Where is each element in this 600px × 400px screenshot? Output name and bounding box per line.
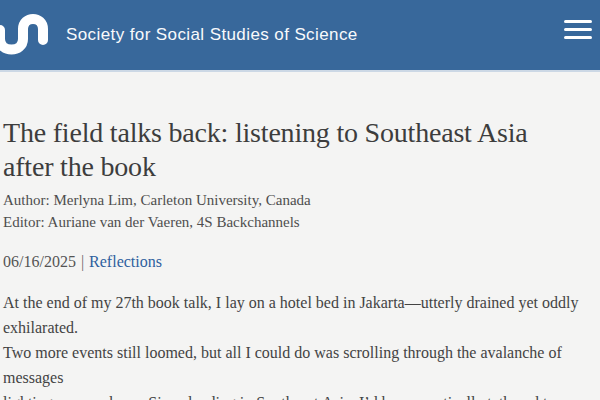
editor-line: Editor: Auriane van der Vaeren, 4S Backc… (3, 211, 590, 233)
hamburger-bar (564, 28, 592, 31)
article: The field talks back: listening to South… (0, 116, 600, 400)
article-title: The field talks back: listening to South… (3, 116, 590, 184)
article-meta: 06/16/2025|Reflections (3, 251, 590, 273)
hamburger-menu-button[interactable] (564, 20, 592, 39)
site-header: Society for Social Studies of Science (0, 0, 600, 72)
article-body: At the end of my 27th book talk, I lay o… (3, 290, 590, 400)
category-link[interactable]: Reflections (89, 253, 162, 270)
site-logo-link[interactable] (0, 0, 50, 70)
hamburger-bar (564, 20, 592, 23)
publish-date: 06/16/2025 (3, 253, 76, 270)
site-title: Society for Social Studies of Science (66, 25, 358, 45)
meta-separator: | (81, 253, 84, 270)
author-line: Author: Merlyna Lim, Carleton University… (3, 189, 590, 211)
page: { "header": { "brand": "Society for Soci… (0, 0, 600, 400)
4s-wave-logo-icon (0, 9, 50, 61)
article-byline: Author: Merlyna Lim, Carleton University… (3, 189, 590, 233)
hamburger-bar (564, 36, 592, 39)
